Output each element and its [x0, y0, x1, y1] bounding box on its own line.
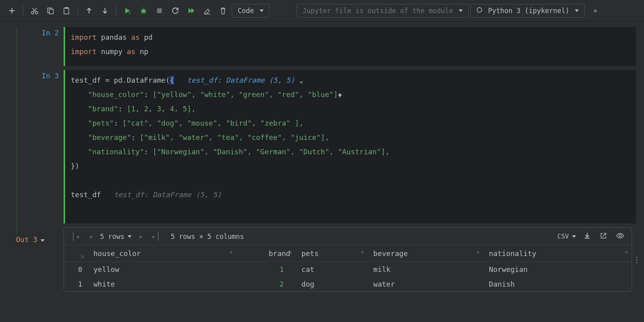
chevron-down-icon	[575, 10, 579, 12]
run-cell-button[interactable]	[120, 4, 135, 18]
dataframe-table[interactable]: ⇅ house_color⇅ brand⇅ pets⇅ beverage⇅ na…	[64, 245, 632, 291]
inline-hint[interactable]: test_df: DataFrame (5, 5)	[187, 76, 295, 84]
stop-button[interactable]	[152, 4, 167, 18]
svg-rect-5	[65, 7, 68, 9]
cell-prompt: In 2	[42, 29, 59, 66]
cut-button[interactable]	[27, 4, 42, 18]
cell-type-select[interactable]: Code	[232, 4, 270, 17]
download-button[interactable]	[582, 230, 593, 243]
move-up-button[interactable]	[82, 4, 96, 18]
code-cell[interactable]: In 3 test_df = pd.DataFrame({ test_df: D…	[0, 70, 644, 223]
export-format-select[interactable]: CSV	[557, 233, 576, 240]
table-header[interactable]: pets⇅	[296, 245, 368, 262]
code-cell[interactable]: In 2 import pandas as pd import numpy as…	[0, 27, 644, 66]
prev-page-button[interactable]: ◂	[87, 231, 95, 241]
dataframe-toolbar: ⎮◂ ◂ 5 rows ▸ ▸⎮ 5 rows × 5 columns CSV	[64, 228, 632, 245]
svg-rect-7	[157, 8, 162, 13]
svg-rect-3	[49, 9, 53, 14]
run-all-button[interactable]	[184, 4, 198, 18]
delete-button[interactable]	[216, 4, 230, 18]
clear-outputs-button[interactable]	[200, 4, 214, 18]
table-summary: 5 rows × 5 columns	[171, 233, 244, 241]
notebook-area: In 2 import pandas as pd import numpy as…	[0, 21, 644, 292]
debug-button[interactable]	[136, 4, 151, 18]
first-page-button[interactable]: ⎮◂	[70, 231, 81, 241]
table-row[interactable]: 0 yellow 1 cat milk Norwegian	[64, 262, 632, 277]
chevron-down-icon	[260, 10, 264, 12]
last-page-button[interactable]: ▸⎮	[150, 231, 162, 241]
paste-button[interactable]	[59, 4, 74, 18]
open-external-button[interactable]	[598, 231, 609, 242]
table-header[interactable]: beverage⇅	[368, 245, 483, 262]
more-options-button[interactable]: ⋮	[633, 255, 641, 264]
chevron-down-icon	[128, 235, 132, 238]
module-hint-label: Jupyter file is outside of the module	[303, 7, 453, 15]
chevron-down-icon[interactable]	[41, 239, 45, 242]
code-editor[interactable]: import pandas as pd import numpy as np	[64, 27, 636, 66]
table-header[interactable]: brand⇅	[236, 245, 296, 262]
copy-button[interactable]	[43, 4, 58, 18]
view-button[interactable]	[614, 230, 626, 243]
restart-button[interactable]	[168, 4, 182, 18]
chevron-down-icon	[459, 10, 463, 12]
output-prompt: Out 3	[16, 235, 37, 244]
more-button[interactable]: »	[588, 4, 602, 18]
svg-point-9	[619, 235, 621, 237]
table-header[interactable]: nationality⇅	[483, 245, 632, 262]
main-toolbar: Code Jupyter file is outside of the modu…	[0, 0, 644, 21]
kernel-label: Python 3 (ipykernel)	[488, 7, 570, 15]
kernel-select[interactable]: Python 3 (ipykernel)	[470, 4, 585, 17]
table-header-index[interactable]: ⇅	[64, 245, 88, 262]
output-area: Out 3 ⎮◂ ◂ 5 rows ▸ ▸⎮ 5 rows × 5 column…	[0, 227, 644, 292]
module-hint-select[interactable]: Jupyter file is outside of the module	[297, 4, 469, 17]
rows-select[interactable]: 5 rows	[100, 233, 132, 241]
move-down-button[interactable]	[98, 4, 112, 18]
cell-type-label: Code	[238, 7, 254, 15]
code-editor[interactable]: test_df = pd.DataFrame({ test_df: DataFr…	[64, 70, 636, 223]
svg-point-8	[477, 8, 482, 12]
chevron-down-icon	[572, 235, 576, 238]
dataframe-panel: ⎮◂ ◂ 5 rows ▸ ▸⎮ 5 rows × 5 columns CSV	[64, 227, 632, 292]
inline-hint: test_df: DataFrame (5, 5)	[114, 190, 221, 199]
add-cell-button[interactable]	[5, 4, 19, 18]
table-header[interactable]: house_color⇅	[88, 245, 236, 262]
svg-rect-4	[64, 8, 69, 14]
kernel-status-icon	[476, 7, 483, 15]
next-page-button[interactable]: ▸	[137, 231, 145, 241]
cell-prompt: In 3	[42, 72, 59, 223]
table-row[interactable]: 1 white 2 dog water Danish	[64, 277, 632, 291]
